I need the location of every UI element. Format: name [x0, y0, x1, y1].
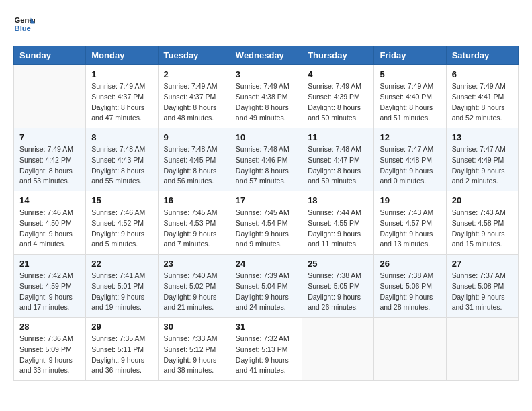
calendar-header-friday: Friday [374, 46, 446, 65]
day-number: 7 [19, 132, 80, 142]
day-info: Sunrise: 7:49 AMSunset: 4:42 PMDaylight:… [19, 144, 80, 187]
calendar-header-row: SundayMondayTuesdayWednesdayThursdayFrid… [14, 46, 519, 65]
calendar-cell: 18Sunrise: 7:44 AMSunset: 4:55 PMDayligh… [302, 191, 374, 255]
day-number: 10 [236, 132, 296, 142]
calendar-cell: 19Sunrise: 7:43 AMSunset: 4:57 PMDayligh… [374, 191, 446, 255]
day-number: 2 [164, 69, 224, 79]
day-info: Sunrise: 7:38 AMSunset: 5:05 PMDaylight:… [308, 271, 368, 313]
calendar-week-2: 7Sunrise: 7:49 AMSunset: 4:42 PMDaylight… [14, 128, 519, 191]
day-number: 1 [91, 69, 152, 79]
calendar-week-3: 14Sunrise: 7:46 AMSunset: 4:50 PMDayligh… [14, 191, 519, 255]
day-info: Sunrise: 7:36 AMSunset: 5:09 PMDaylight:… [19, 334, 80, 376]
calendar-cell: 12Sunrise: 7:47 AMSunset: 4:48 PMDayligh… [374, 128, 446, 191]
calendar-cell: 7Sunrise: 7:49 AMSunset: 4:42 PMDaylight… [14, 128, 86, 191]
day-info: Sunrise: 7:43 AMSunset: 4:57 PMDaylight:… [380, 208, 440, 250]
day-info: Sunrise: 7:33 AMSunset: 5:12 PMDaylight:… [164, 334, 224, 376]
day-number: 16 [164, 195, 224, 205]
day-info: Sunrise: 7:40 AMSunset: 5:02 PMDaylight:… [164, 271, 224, 313]
calendar-cell: 3Sunrise: 7:49 AMSunset: 4:38 PMDaylight… [230, 65, 302, 128]
logo-icon: General Blue [13, 13, 35, 35]
day-info: Sunrise: 7:47 AMSunset: 4:49 PMDaylight:… [452, 144, 513, 187]
day-info: Sunrise: 7:49 AMSunset: 4:40 PMDaylight:… [380, 81, 440, 124]
calendar-cell: 25Sunrise: 7:38 AMSunset: 5:05 PMDayligh… [302, 255, 374, 318]
svg-text:Blue: Blue [15, 24, 31, 32]
calendar-cell: 1Sunrise: 7:49 AMSunset: 4:37 PMDaylight… [86, 65, 158, 128]
calendar-cell: 10Sunrise: 7:48 AMSunset: 4:46 PMDayligh… [230, 128, 302, 191]
day-info: Sunrise: 7:32 AMSunset: 5:13 PMDaylight:… [236, 334, 296, 376]
calendar-cell: 16Sunrise: 7:45 AMSunset: 4:53 PMDayligh… [158, 191, 230, 255]
calendar-cell: 15Sunrise: 7:46 AMSunset: 4:52 PMDayligh… [86, 191, 158, 255]
day-info: Sunrise: 7:48 AMSunset: 4:43 PMDaylight:… [91, 144, 152, 187]
day-number: 3 [236, 69, 296, 79]
day-number: 30 [164, 322, 224, 332]
day-info: Sunrise: 7:44 AMSunset: 4:55 PMDaylight:… [308, 208, 368, 250]
day-number: 13 [452, 132, 513, 142]
day-number: 25 [308, 259, 368, 269]
calendar-cell: 9Sunrise: 7:48 AMSunset: 4:45 PMDaylight… [158, 128, 230, 191]
calendar-cell: 6Sunrise: 7:49 AMSunset: 4:41 PMDaylight… [446, 65, 518, 128]
day-number: 28 [19, 322, 80, 332]
day-number: 6 [452, 69, 513, 79]
day-number: 26 [380, 259, 440, 269]
day-info: Sunrise: 7:47 AMSunset: 4:48 PMDaylight:… [380, 144, 440, 187]
day-info: Sunrise: 7:43 AMSunset: 4:58 PMDaylight:… [452, 208, 513, 250]
day-info: Sunrise: 7:45 AMSunset: 4:53 PMDaylight:… [164, 208, 224, 250]
calendar-cell: 29Sunrise: 7:35 AMSunset: 5:11 PMDayligh… [86, 318, 158, 381]
day-number: 11 [308, 132, 368, 142]
day-number: 5 [380, 69, 440, 79]
day-info: Sunrise: 7:46 AMSunset: 4:50 PMDaylight:… [19, 208, 80, 250]
calendar-cell: 11Sunrise: 7:48 AMSunset: 4:47 PMDayligh… [302, 128, 374, 191]
calendar-cell: 21Sunrise: 7:42 AMSunset: 4:59 PMDayligh… [14, 255, 86, 318]
day-number: 27 [452, 259, 513, 269]
day-info: Sunrise: 7:48 AMSunset: 4:45 PMDaylight:… [164, 144, 224, 187]
day-number: 20 [452, 195, 513, 205]
day-info: Sunrise: 7:39 AMSunset: 5:04 PMDaylight:… [236, 271, 296, 313]
day-info: Sunrise: 7:46 AMSunset: 4:52 PMDaylight:… [91, 208, 152, 250]
day-info: Sunrise: 7:35 AMSunset: 5:11 PMDaylight:… [91, 334, 152, 376]
day-number: 19 [380, 195, 440, 205]
calendar-cell [302, 318, 374, 381]
calendar-cell: 22Sunrise: 7:41 AMSunset: 5:01 PMDayligh… [86, 255, 158, 318]
calendar-week-4: 21Sunrise: 7:42 AMSunset: 4:59 PMDayligh… [14, 255, 519, 318]
day-info: Sunrise: 7:42 AMSunset: 4:59 PMDaylight:… [19, 271, 80, 313]
calendar-cell: 5Sunrise: 7:49 AMSunset: 4:40 PMDaylight… [374, 65, 446, 128]
calendar-cell [446, 318, 518, 381]
calendar-cell [374, 318, 446, 381]
day-info: Sunrise: 7:49 AMSunset: 4:39 PMDaylight:… [308, 81, 368, 124]
calendar-cell: 14Sunrise: 7:46 AMSunset: 4:50 PMDayligh… [14, 191, 86, 255]
calendar-table: SundayMondayTuesdayWednesdayThursdayFrid… [13, 46, 519, 381]
calendar-cell: 26Sunrise: 7:38 AMSunset: 5:06 PMDayligh… [374, 255, 446, 318]
day-info: Sunrise: 7:45 AMSunset: 4:54 PMDaylight:… [236, 208, 296, 250]
calendar-cell: 13Sunrise: 7:47 AMSunset: 4:49 PMDayligh… [446, 128, 518, 191]
calendar-header-wednesday: Wednesday [230, 46, 302, 65]
calendar-header-tuesday: Tuesday [158, 46, 230, 65]
logo: General Blue [13, 13, 35, 35]
day-info: Sunrise: 7:49 AMSunset: 4:37 PMDaylight:… [164, 81, 224, 124]
calendar-cell: 23Sunrise: 7:40 AMSunset: 5:02 PMDayligh… [158, 255, 230, 318]
day-number: 31 [236, 322, 296, 332]
day-number: 12 [380, 132, 440, 142]
day-info: Sunrise: 7:37 AMSunset: 5:08 PMDaylight:… [452, 271, 513, 313]
day-number: 18 [308, 195, 368, 205]
day-info: Sunrise: 7:49 AMSunset: 4:37 PMDaylight:… [91, 81, 152, 124]
day-info: Sunrise: 7:49 AMSunset: 4:38 PMDaylight:… [236, 81, 296, 124]
day-number: 9 [164, 132, 224, 142]
calendar-cell: 28Sunrise: 7:36 AMSunset: 5:09 PMDayligh… [14, 318, 86, 381]
calendar-cell: 31Sunrise: 7:32 AMSunset: 5:13 PMDayligh… [230, 318, 302, 381]
calendar-cell: 4Sunrise: 7:49 AMSunset: 4:39 PMDaylight… [302, 65, 374, 128]
calendar-cell: 17Sunrise: 7:45 AMSunset: 4:54 PMDayligh… [230, 191, 302, 255]
calendar-cell: 27Sunrise: 7:37 AMSunset: 5:08 PMDayligh… [446, 255, 518, 318]
calendar-cell: 20Sunrise: 7:43 AMSunset: 4:58 PMDayligh… [446, 191, 518, 255]
calendar-header-saturday: Saturday [446, 46, 518, 65]
day-number: 14 [19, 195, 80, 205]
calendar-header-monday: Monday [86, 46, 158, 65]
day-info: Sunrise: 7:49 AMSunset: 4:41 PMDaylight:… [452, 81, 513, 124]
day-info: Sunrise: 7:48 AMSunset: 4:46 PMDaylight:… [236, 144, 296, 187]
day-number: 15 [91, 195, 152, 205]
calendar-week-1: 1Sunrise: 7:49 AMSunset: 4:37 PMDaylight… [14, 65, 519, 128]
calendar-cell: 30Sunrise: 7:33 AMSunset: 5:12 PMDayligh… [158, 318, 230, 381]
day-number: 24 [236, 259, 296, 269]
calendar-header-sunday: Sunday [14, 46, 86, 65]
calendar-cell [14, 65, 86, 128]
calendar-body: 1Sunrise: 7:49 AMSunset: 4:37 PMDaylight… [14, 65, 519, 381]
